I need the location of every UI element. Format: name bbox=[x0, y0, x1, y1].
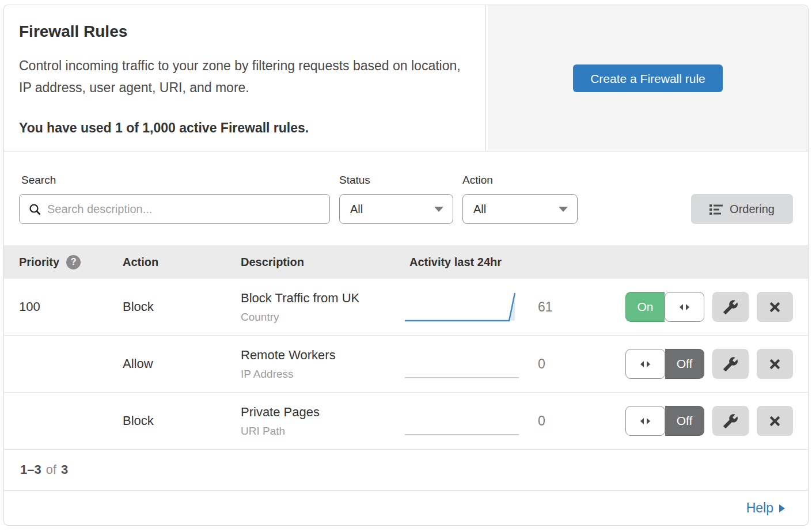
activity-count: 0 bbox=[538, 413, 545, 429]
search-icon bbox=[28, 203, 42, 216]
rule-match-type: IP Address bbox=[241, 368, 409, 381]
drag-arrows-icon bbox=[639, 417, 651, 425]
toggle-off-label: Off bbox=[665, 349, 704, 379]
create-firewall-rule-button[interactable]: Create a Firewall rule bbox=[573, 64, 723, 92]
toggle-off-label: Off bbox=[665, 406, 704, 436]
column-header-description: Description bbox=[241, 256, 409, 269]
rule-description-cell: Private Pages URI Path bbox=[241, 405, 409, 438]
activity-sparkline bbox=[404, 290, 522, 324]
pagination-range: 1–3 bbox=[20, 462, 41, 477]
action-select-value: All bbox=[473, 203, 486, 216]
search-field bbox=[19, 194, 330, 224]
ordering-list-icon bbox=[709, 204, 723, 215]
rule-description-cell: Remote Workers IP Address bbox=[241, 348, 409, 381]
search-input[interactable] bbox=[20, 195, 329, 223]
close-icon bbox=[768, 414, 782, 428]
header-action-panel: Create a Firewall rule bbox=[486, 5, 808, 151]
search-filter-group: Search bbox=[19, 174, 330, 245]
column-header-activity: Activity last 24hr bbox=[409, 256, 625, 269]
rule-enabled-toggle[interactable]: Off bbox=[625, 349, 704, 379]
table-header-row: Priority ? Action Description Activity l… bbox=[4, 245, 808, 279]
pagination-of: of bbox=[46, 462, 56, 477]
rule-priority: 100 bbox=[19, 299, 123, 314]
delete-rule-button[interactable] bbox=[757, 292, 793, 322]
close-icon bbox=[768, 300, 782, 314]
page-description: Control incoming traffic to your zone by… bbox=[19, 55, 462, 98]
drag-arrows-icon bbox=[639, 360, 651, 368]
delete-rule-button[interactable] bbox=[757, 349, 793, 379]
rule-action: Block bbox=[123, 413, 241, 428]
toggle-handle[interactable] bbox=[625, 406, 665, 436]
rule-activity-cell: 61 bbox=[409, 290, 625, 324]
wrench-icon bbox=[723, 299, 738, 315]
column-header-priority: Priority ? bbox=[19, 255, 123, 269]
action-select[interactable]: All bbox=[462, 194, 578, 224]
rule-action: Allow bbox=[123, 356, 241, 371]
activity-sparkline bbox=[404, 347, 522, 381]
rule-match-type: URI Path bbox=[241, 425, 409, 438]
page-title: Firewall Rules bbox=[19, 22, 467, 41]
action-label: Action bbox=[462, 174, 578, 187]
rule-match-type: Country bbox=[241, 311, 409, 324]
rule-description: Private Pages bbox=[241, 405, 409, 420]
status-select[interactable]: All bbox=[339, 194, 453, 224]
column-header-action: Action bbox=[123, 256, 241, 269]
header-section: Firewall Rules Control incoming traffic … bbox=[4, 5, 808, 151]
wrench-icon bbox=[723, 413, 738, 429]
rule-controls: Off bbox=[625, 406, 796, 436]
arrow-right-icon bbox=[779, 504, 785, 512]
rule-activity-cell: 0 bbox=[409, 347, 625, 381]
rule-enabled-toggle[interactable]: On bbox=[625, 292, 704, 322]
header-text-panel: Firewall Rules Control incoming traffic … bbox=[4, 5, 486, 151]
table-row: Block Private Pages URI Path 0 Off bbox=[4, 393, 808, 450]
wrench-icon bbox=[723, 356, 738, 372]
chevron-down-icon bbox=[434, 207, 443, 212]
rule-activity-cell: 0 bbox=[409, 404, 625, 438]
activity-count: 0 bbox=[538, 356, 545, 372]
chevron-down-icon bbox=[559, 207, 568, 212]
table-row: Allow Remote Workers IP Address 0 Off bbox=[4, 336, 808, 393]
rule-action: Block bbox=[123, 299, 241, 314]
status-select-value: All bbox=[350, 203, 363, 216]
rule-description-cell: Block Traffic from UK Country bbox=[241, 291, 409, 324]
rule-description: Block Traffic from UK bbox=[241, 291, 409, 306]
table-row: 100 Block Block Traffic from UK Country … bbox=[4, 279, 808, 336]
help-link-label: Help bbox=[746, 500, 773, 516]
toggle-handle[interactable] bbox=[665, 292, 704, 322]
ordering-button[interactable]: Ordering bbox=[691, 194, 793, 224]
rule-enabled-toggle[interactable]: Off bbox=[625, 406, 704, 436]
usage-note: You have used 1 of 1,000 active Firewall… bbox=[19, 120, 467, 136]
toggle-on-label: On bbox=[625, 292, 665, 322]
rule-description: Remote Workers bbox=[241, 348, 409, 363]
filter-bar: Search Status All Action All bbox=[4, 151, 808, 245]
edit-rule-button[interactable] bbox=[712, 406, 749, 436]
activity-sparkline bbox=[404, 404, 522, 438]
status-label: Status bbox=[339, 174, 453, 187]
priority-help-icon[interactable]: ? bbox=[66, 255, 81, 269]
action-filter-group: Action All bbox=[462, 174, 578, 245]
drag-arrows-icon bbox=[678, 303, 690, 311]
delete-rule-button[interactable] bbox=[757, 406, 793, 436]
ordering-button-label: Ordering bbox=[730, 203, 775, 216]
search-label: Search bbox=[21, 174, 330, 187]
pagination-total: 3 bbox=[61, 462, 68, 477]
toggle-handle[interactable] bbox=[625, 349, 665, 379]
rule-controls: On bbox=[625, 292, 796, 322]
activity-count: 61 bbox=[538, 299, 553, 315]
status-filter-group: Status All bbox=[339, 174, 453, 245]
close-icon bbox=[768, 357, 782, 371]
help-link[interactable]: Help bbox=[746, 500, 785, 516]
edit-rule-button[interactable] bbox=[712, 349, 749, 379]
edit-rule-button[interactable] bbox=[712, 292, 749, 322]
firewall-rules-card: Firewall Rules Control incoming traffic … bbox=[3, 5, 809, 526]
help-bar: Help bbox=[4, 490, 808, 526]
pagination-summary: 1–3 of 3 bbox=[4, 450, 808, 490]
rule-controls: Off bbox=[625, 349, 796, 379]
